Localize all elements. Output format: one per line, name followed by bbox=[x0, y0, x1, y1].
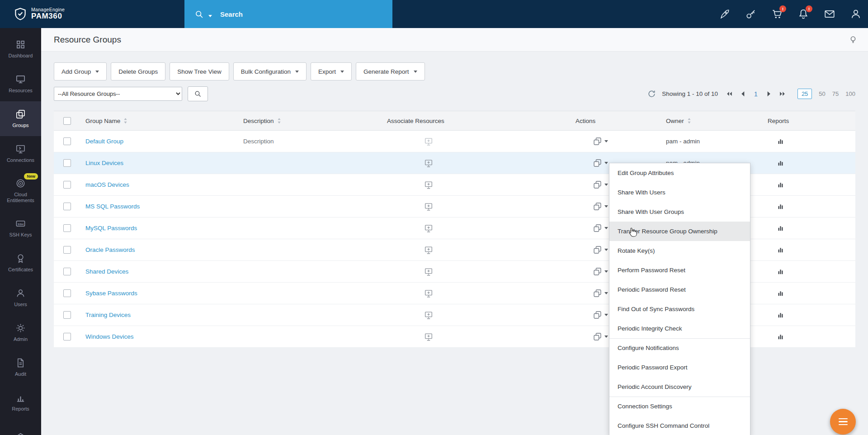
sidebar-item-ssh-keys[interactable]: SSH Keys bbox=[0, 211, 41, 246]
menu-item-rotate-keys[interactable]: Rotate Key(s) bbox=[609, 241, 750, 260]
sidebar-item-users[interactable]: Users bbox=[0, 280, 41, 315]
password-access-button[interactable] bbox=[745, 8, 757, 20]
current-page-number[interactable]: 1 bbox=[754, 90, 758, 98]
reports-icon[interactable] bbox=[777, 268, 784, 275]
menu-item-configure-notifications[interactable]: Configure Notifications bbox=[609, 338, 750, 358]
group-name-link[interactable]: Windows Devices bbox=[85, 333, 134, 340]
resource-group-filter-select[interactable]: --All Resource Groups-- bbox=[54, 87, 182, 101]
sidebar-item-admin[interactable]: Admin bbox=[0, 315, 41, 350]
row-checkbox[interactable] bbox=[63, 181, 71, 189]
associate-resources-icon[interactable] bbox=[424, 158, 434, 168]
group-name-link[interactable]: MS SQL Passwords bbox=[85, 203, 140, 210]
menu-item-periodic-integrity-check[interactable]: Periodic Integrity Check bbox=[609, 319, 750, 338]
associate-resources-icon[interactable] bbox=[424, 288, 434, 298]
group-name-link[interactable]: Sybase Passwords bbox=[85, 290, 137, 297]
reports-icon[interactable] bbox=[777, 224, 784, 232]
menu-item-perform-password-reset[interactable]: Perform Password Reset bbox=[609, 260, 750, 280]
reports-icon[interactable] bbox=[777, 203, 784, 210]
column-header-group-name[interactable]: Group Name bbox=[80, 118, 238, 124]
row-checkbox[interactable] bbox=[63, 333, 71, 340]
sidebar-item-certificates[interactable]: Certificates bbox=[0, 246, 41, 280]
menu-item-edit-group-attributes[interactable]: Edit Group Attributes bbox=[609, 163, 750, 183]
associate-resources-icon[interactable] bbox=[424, 310, 434, 320]
add-group-button[interactable]: Add Group bbox=[54, 62, 107, 80]
user-menu-button[interactable] bbox=[850, 8, 862, 20]
associate-resources-icon[interactable] bbox=[424, 180, 434, 190]
row-checkbox[interactable] bbox=[63, 159, 71, 167]
store-button[interactable]: ! bbox=[771, 8, 783, 20]
menu-item-periodic-password-export[interactable]: Periodic Password Export bbox=[609, 358, 750, 377]
associate-resources-icon[interactable] bbox=[424, 332, 434, 342]
menu-item-share-with-users[interactable]: Share With Users bbox=[609, 183, 750, 202]
group-name-link[interactable]: Linux Devices bbox=[85, 160, 123, 166]
sidebar-item-reports[interactable]: Reports bbox=[0, 385, 41, 420]
brand-logo-icon bbox=[14, 7, 27, 21]
reports-icon[interactable] bbox=[777, 159, 784, 167]
reports-icon[interactable] bbox=[777, 289, 784, 297]
fab-menu-button[interactable] bbox=[830, 409, 856, 435]
menu-item-connection-settings[interactable]: Connection Settings bbox=[609, 397, 750, 416]
row-checkbox[interactable] bbox=[63, 203, 71, 210]
sidebar-item-audit[interactable]: Audit bbox=[0, 350, 41, 385]
page-size-100[interactable]: 100 bbox=[845, 90, 855, 97]
sidebar-item-cloud-entitlements[interactable]: New Cloud Entitlements bbox=[0, 171, 41, 211]
refresh-button[interactable] bbox=[647, 90, 656, 98]
help-tips-button[interactable] bbox=[848, 35, 858, 45]
row-checkbox[interactable] bbox=[63, 289, 71, 297]
delete-groups-button[interactable]: Delete Groups bbox=[111, 62, 165, 80]
column-header-description[interactable]: Description bbox=[238, 118, 382, 124]
menu-item-periodic-account-discovery[interactable]: Periodic Account Discovery bbox=[609, 377, 750, 397]
reports-icon[interactable] bbox=[777, 311, 784, 319]
actions-menu-button[interactable] bbox=[570, 137, 660, 146]
associate-resources-icon[interactable] bbox=[424, 223, 434, 233]
select-all-checkbox[interactable] bbox=[63, 117, 71, 125]
page-size-75[interactable]: 75 bbox=[832, 90, 839, 97]
previous-page-button[interactable] bbox=[740, 90, 746, 97]
announcements-button[interactable] bbox=[719, 8, 731, 20]
menu-item-periodic-password-reset[interactable]: Periodic Password Reset bbox=[609, 280, 750, 299]
sidebar-item-connections[interactable]: Connections bbox=[0, 136, 41, 171]
sidebar-item-resources[interactable]: Resources bbox=[0, 66, 41, 101]
page-size-25[interactable]: 25 bbox=[797, 89, 812, 99]
group-name-link[interactable]: Oracle Passwords bbox=[85, 246, 135, 253]
search-input[interactable] bbox=[219, 10, 366, 19]
export-button[interactable]: Export bbox=[311, 62, 352, 80]
associate-resources-icon[interactable] bbox=[424, 267, 434, 277]
reports-icon[interactable] bbox=[777, 181, 784, 189]
group-name-link[interactable]: Default Group bbox=[85, 138, 123, 145]
next-page-button[interactable] bbox=[765, 90, 772, 97]
messages-button[interactable] bbox=[824, 8, 835, 20]
group-name-link[interactable]: macOS Devices bbox=[85, 181, 129, 188]
first-page-button[interactable] bbox=[726, 90, 733, 97]
generate-report-button[interactable]: Generate Report bbox=[356, 62, 425, 80]
group-name-link[interactable]: Training Devices bbox=[85, 312, 131, 318]
row-checkbox[interactable] bbox=[63, 268, 71, 275]
menu-item-find-out-of-sync-passwords[interactable]: Find Out of Sync Passwords bbox=[609, 299, 750, 319]
sidebar-item-partial[interactable] bbox=[0, 420, 41, 435]
row-checkbox[interactable] bbox=[63, 137, 71, 145]
column-header-owner[interactable]: Owner bbox=[660, 118, 762, 124]
reports-icon[interactable] bbox=[777, 333, 784, 340]
associate-resources-icon[interactable] bbox=[424, 245, 434, 255]
sidebar-item-groups[interactable]: Groups bbox=[0, 101, 41, 136]
row-checkbox[interactable] bbox=[63, 246, 71, 254]
search-scope-caret-icon[interactable] bbox=[208, 15, 212, 17]
associate-resources-icon[interactable] bbox=[424, 202, 434, 212]
row-checkbox[interactable] bbox=[63, 311, 71, 319]
reports-icon[interactable] bbox=[777, 246, 784, 254]
notifications-button[interactable]: ! bbox=[797, 8, 809, 20]
bulk-configuration-button[interactable]: Bulk Configuration bbox=[233, 62, 307, 80]
menu-item-configure-ssh-command-control[interactable]: Configure SSH Command Control bbox=[609, 416, 750, 435]
group-name-link[interactable]: MySQL Passwords bbox=[85, 225, 137, 232]
reports-icon[interactable] bbox=[777, 137, 784, 145]
menu-item-share-with-user-groups[interactable]: Share With User Groups bbox=[609, 202, 750, 222]
associate-resources-icon[interactable] bbox=[424, 137, 434, 147]
filter-search-button[interactable] bbox=[188, 86, 208, 101]
show-tree-view-button[interactable]: Show Tree View bbox=[170, 62, 229, 80]
last-page-button[interactable] bbox=[779, 90, 786, 97]
page-size-50[interactable]: 50 bbox=[819, 90, 825, 97]
row-checkbox[interactable] bbox=[63, 224, 71, 232]
global-search[interactable] bbox=[184, 0, 392, 28]
group-name-link[interactable]: Shared Devices bbox=[85, 268, 128, 275]
sidebar-item-dashboard[interactable]: Dashboard bbox=[0, 32, 41, 66]
